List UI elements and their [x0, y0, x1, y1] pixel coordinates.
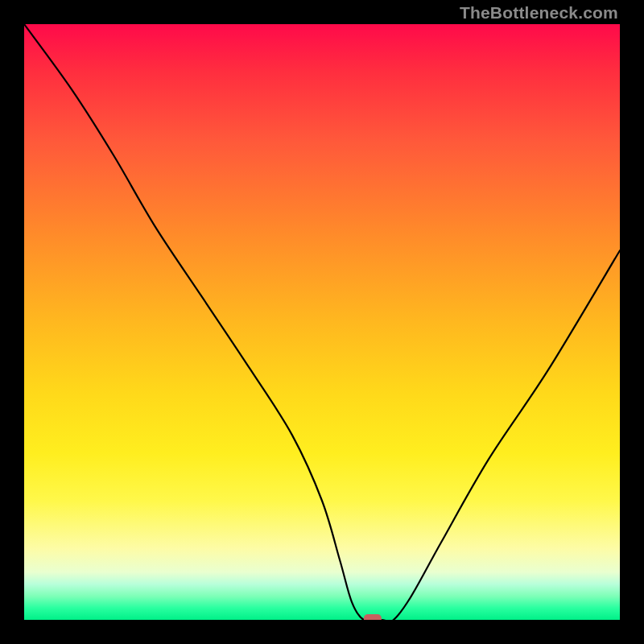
bottleneck-curve-svg — [24, 24, 620, 620]
plot-area — [24, 24, 620, 620]
attribution-label: TheBottleneck.com — [460, 3, 618, 23]
optimum-marker — [364, 614, 382, 620]
bottleneck-curve-line — [24, 24, 620, 620]
chart-frame: TheBottleneck.com — [0, 0, 644, 644]
